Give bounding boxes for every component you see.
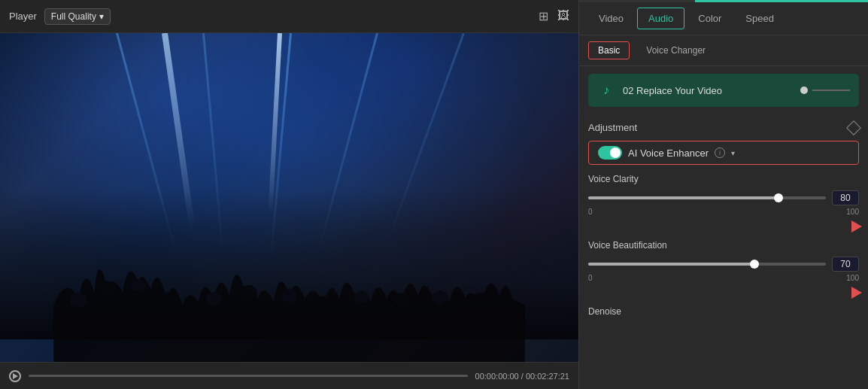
time-current: 00:00:00:00 — [475, 372, 519, 381]
voice-clarity-min: 0 — [588, 208, 593, 216]
track-name: 02 Replace Your Video — [623, 85, 793, 96]
quality-select[interactable]: Full Quality ▾ — [44, 8, 111, 25]
top-progress-bg — [579, 0, 868, 2]
svg-point-6 — [281, 289, 298, 302]
voice-beautification-minmax: 0 100 — [588, 274, 859, 282]
timeline-bar[interactable] — [29, 375, 468, 377]
voice-clarity-slider[interactable] — [588, 196, 826, 199]
red-arrow-clarity — [579, 220, 868, 232]
svg-point-4 — [205, 292, 222, 305]
time-total: 00:02:27:21 — [526, 372, 569, 381]
adjustment-section: Adjustment — [579, 114, 868, 138]
tab-speed[interactable]: Speed — [735, 8, 785, 29]
right-panel: Video Audio Color Speed Basic Voice Chan… — [578, 0, 868, 389]
voice-clarity-label: Voice Clarity — [588, 174, 859, 184]
track-volume-line — [812, 90, 850, 91]
play-button[interactable] — [9, 370, 21, 382]
ai-voice-info-icon[interactable]: i — [715, 147, 725, 158]
tab-audio[interactable]: Audio — [637, 8, 684, 29]
voice-clarity-thumb[interactable] — [774, 193, 783, 202]
svg-point-5 — [240, 285, 257, 300]
svg-point-3 — [160, 292, 179, 308]
tab-color[interactable]: Color — [687, 8, 732, 29]
svg-point-7 — [314, 296, 333, 312]
time-separator: / — [521, 372, 524, 381]
svg-point-9 — [393, 293, 411, 308]
voice-beautification-thumb[interactable] — [750, 260, 759, 269]
player-toolbar: Player Full Quality ▾ ⊞ 🖼 — [0, 0, 578, 33]
voice-beautification-label: Voice Beautification — [588, 240, 859, 251]
track-volume-control[interactable] — [800, 87, 850, 94]
adjustment-title: Adjustment — [588, 122, 637, 133]
playback-bar: 00:00:00:00 / 00:02:27:21 — [0, 362, 578, 389]
voice-beautification-slider-row: 70 — [588, 257, 859, 272]
sub-tab-basic[interactable]: Basic — [588, 41, 630, 59]
crowd-svg — [0, 148, 578, 362]
diamond-icon[interactable] — [846, 120, 861, 135]
voice-clarity-value[interactable]: 80 — [832, 190, 859, 205]
voice-beautification-slider[interactable] — [588, 263, 826, 266]
voice-clarity-section: Voice Clarity 80 0 100 — [579, 168, 868, 219]
quality-value: Full Quality — [51, 11, 96, 22]
sub-tab-bar: Basic Voice Changer — [579, 35, 868, 66]
voice-beautification-section: Voice Beautification 70 0 100 — [579, 234, 868, 285]
ai-voice-label: AI Voice Enhancer — [628, 147, 709, 159]
time-display: 00:00:00:00 / 00:02:27:21 — [475, 372, 569, 381]
toolbar-icons: ⊞ 🖼 — [539, 9, 569, 23]
audio-track-item[interactable]: ♪ 02 Replace Your Video — [588, 74, 859, 107]
voice-beautification-fill — [588, 263, 754, 266]
svg-point-2 — [131, 279, 146, 292]
voice-beautification-max: 100 — [846, 274, 859, 282]
voice-beautification-min: 0 — [588, 274, 593, 282]
voice-clarity-fill — [588, 196, 778, 199]
denoise-section: Denoise — [579, 300, 868, 320]
svg-point-11 — [472, 293, 490, 309]
voice-beautification-value[interactable]: 70 — [832, 257, 859, 272]
svg-point-8 — [354, 291, 369, 304]
sub-tab-voice-changer[interactable]: Voice Changer — [637, 42, 715, 59]
tab-video[interactable]: Video — [588, 8, 634, 29]
red-arrow-beautification — [579, 287, 868, 299]
svg-point-0 — [70, 293, 87, 308]
quality-chevron: ▾ — [99, 11, 104, 22]
ai-voice-chevron[interactable]: ▾ — [731, 149, 735, 157]
player-panel: Player Full Quality ▾ ⊞ 🖼 — [0, 0, 578, 389]
music-icon: ♪ — [597, 81, 615, 99]
video-background — [0, 33, 578, 362]
grid-view-icon[interactable]: ⊞ — [539, 9, 548, 23]
player-label: Player — [9, 11, 37, 22]
voice-clarity-max: 100 — [846, 208, 859, 216]
top-progress-bar — [695, 0, 868, 2]
denoise-label: Denoise — [588, 306, 621, 317]
svg-point-10 — [432, 291, 448, 305]
ai-voice-enhancer-row: AI Voice Enhancer i ▾ — [588, 141, 859, 165]
tab-bar: Video Audio Color Speed — [579, 2, 868, 35]
ai-voice-toggle[interactable] — [598, 146, 622, 160]
track-volume-dot — [800, 87, 808, 94]
svg-point-1 — [99, 281, 115, 294]
voice-clarity-minmax: 0 100 — [588, 208, 859, 216]
main-layout: Player Full Quality ▾ ⊞ 🖼 — [0, 0, 868, 389]
video-area — [0, 33, 578, 362]
voice-clarity-slider-row: 80 — [588, 190, 859, 205]
image-view-icon[interactable]: 🖼 — [557, 9, 569, 23]
red-arrow-clarity-icon — [851, 220, 862, 232]
red-arrow-beautification-icon — [851, 287, 862, 299]
